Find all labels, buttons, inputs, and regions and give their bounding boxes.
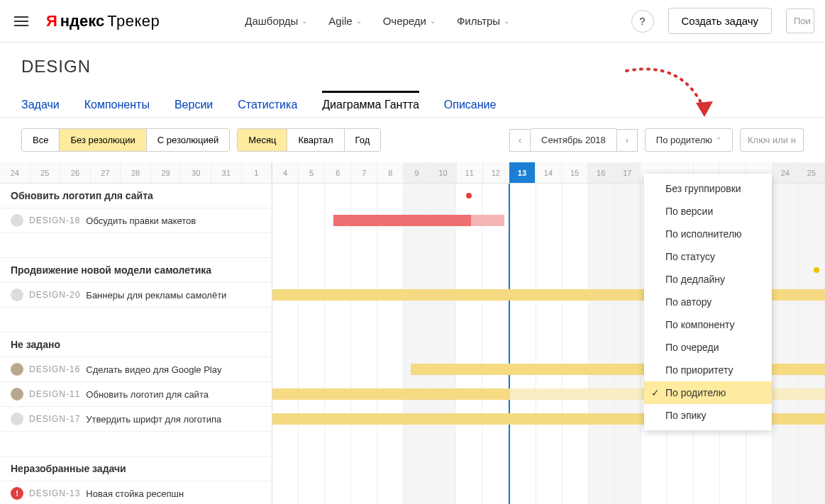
day-header-cell: 29 [151,162,182,183]
task-row[interactable]: DESIGN-18Обсудить правки макетов [0,208,272,233]
nav-dashboards[interactable]: Дашборды⌄ [245,15,307,27]
dropdown-item[interactable]: По исполнителю [644,223,772,245]
task-row[interactable]: DESIGN-11Обновить логотип для сайта [0,382,272,407]
day-header-cell: 10 [431,162,457,183]
day-header-cell: 30 [181,162,211,183]
filter-withresolution-button[interactable]: С резолюцией [147,129,229,151]
task-row[interactable]: DESIGN-16Сделать видео для Google Play [0,357,272,382]
deadline-dot [466,193,472,198]
group-by-button[interactable]: По родителю⌃ [645,128,733,152]
task-key: DESIGN-17 [29,414,80,424]
search-input[interactable]: Пои [786,9,814,33]
chevron-down-icon: ⌄ [504,17,509,25]
chevron-down-icon: ⌄ [356,17,362,25]
task-title: Обсудить правки макетов [86,215,196,226]
tab-gantt[interactable]: Диаграмма Гантта [322,91,419,117]
key-search-input[interactable]: Ключ или н [740,128,804,152]
dropdown-item[interactable]: По родителю [644,381,772,404]
tab-stats[interactable]: Статистика [238,91,297,117]
logo-ndex: ндекс [60,12,104,30]
logo-tracker: Трекер [107,12,160,30]
day-header-cell: 25 [31,162,61,183]
day-header-cell: 24 [0,162,31,183]
nav-agile[interactable]: Agile⌄ [328,15,361,27]
day-header-cell: 12 [483,162,509,183]
chevron-up-icon: ⌃ [716,136,721,144]
group-header[interactable]: Неразобранные задачи [0,457,272,481]
day-header-cell: 24 [773,162,799,183]
day-header-cell: 11 [457,162,483,183]
tab-description[interactable]: Описание [444,91,497,117]
logo-y: Я [46,12,57,30]
day-header-cell: 1 [242,162,272,183]
spacer-row [0,233,272,258]
hamburger-menu-button[interactable] [11,10,32,33]
task-row[interactable]: !DESIGN-13Новая стойка ресепшн [0,481,272,504]
scale-month-button[interactable]: Месяц [238,129,287,151]
scale-group: Месяц Квартал Год [237,128,381,152]
day-header-cell: 28 [121,162,151,183]
avatar [11,289,23,301]
dropdown-item[interactable]: По дедлайну [644,268,772,291]
day-header-cell: 7 [351,162,377,183]
day-header-cell: 25 [799,162,825,183]
task-title: Обновить логотип для сайта [86,389,209,400]
day-header-cell: 14 [536,162,562,183]
day-header-cell: 17 [614,162,641,183]
day-header-cell: 13 [509,162,536,183]
help-button[interactable]: ? [631,10,654,33]
task-title: Баннеры для рекламы самолёти [86,290,226,301]
tab-components[interactable]: Компоненты [84,91,150,117]
day-header-cell: 27 [91,162,121,183]
dropdown-item[interactable]: По компоненту [644,313,772,336]
avatar [11,388,23,401]
project-title: DESIGN [0,43,825,84]
nav-queues[interactable]: Очереди⌄ [383,15,436,27]
day-header-cell: 15 [562,162,588,183]
day-header-cell: 9 [404,162,430,183]
chevron-down-icon: ⌄ [430,17,436,25]
filter-all-button[interactable]: Все [22,129,60,151]
dropdown-item[interactable]: По очереди [644,336,772,359]
group-header[interactable]: Продвижение новой модели самолетика [0,258,272,283]
group-header[interactable]: Обновить логотип для сайта [0,184,272,208]
group-header[interactable]: Не задано [0,332,272,357]
prev-period-button[interactable]: ‹ [509,129,531,152]
deadline-dot [814,267,819,273]
scale-year-button[interactable]: Год [345,129,381,151]
avatar: ! [11,487,23,500]
spacer-row [0,432,272,457]
gantt-bar[interactable] [333,215,472,226]
task-row[interactable]: DESIGN-20Баннеры для рекламы самолёти [0,283,272,308]
create-task-button[interactable]: Создать задачу [668,8,772,34]
day-header-cell: 31 [211,162,242,183]
dropdown-item[interactable]: По версии [644,200,772,223]
task-key: DESIGN-11 [29,389,80,399]
day-header-cell: 5 [299,162,325,183]
dropdown-item[interactable]: По автору [644,291,772,313]
dropdown-item[interactable]: По эпику [644,404,772,427]
filter-noresolution-button[interactable]: Без резолюции [60,129,146,151]
chevron-down-icon: ⌄ [301,17,307,25]
next-period-button[interactable]: › [616,129,638,152]
timeline-row [272,457,825,481]
logo[interactable]: Яндекс Трекер [46,12,160,30]
task-key: DESIGN-20 [29,290,80,300]
dropdown-item[interactable]: По статусу [644,245,772,268]
task-title: Новая стойка ресепшн [86,488,184,499]
dropdown-item[interactable]: Без группировки [644,177,772,200]
tab-tasks[interactable]: Задачи [21,91,60,117]
nav-filters[interactable]: Фильтры⌄ [457,15,509,27]
spacer-row [0,308,272,332]
task-title: Сделать видео для Google Play [86,364,221,375]
task-key: DESIGN-16 [29,364,80,374]
scale-quarter-button[interactable]: Квартал [287,129,344,151]
task-row[interactable]: DESIGN-17Утвердить шрифт для логотипа [0,407,272,432]
gantt-bar[interactable] [272,388,510,400]
tab-versions[interactable]: Версии [175,91,213,117]
dropdown-item[interactable]: По приоритету [644,359,772,381]
task-key: DESIGN-18 [29,215,80,225]
day-header-cell: 4 [272,162,299,183]
gantt-bar[interactable] [471,215,504,226]
day-header-cell: 16 [588,162,614,183]
